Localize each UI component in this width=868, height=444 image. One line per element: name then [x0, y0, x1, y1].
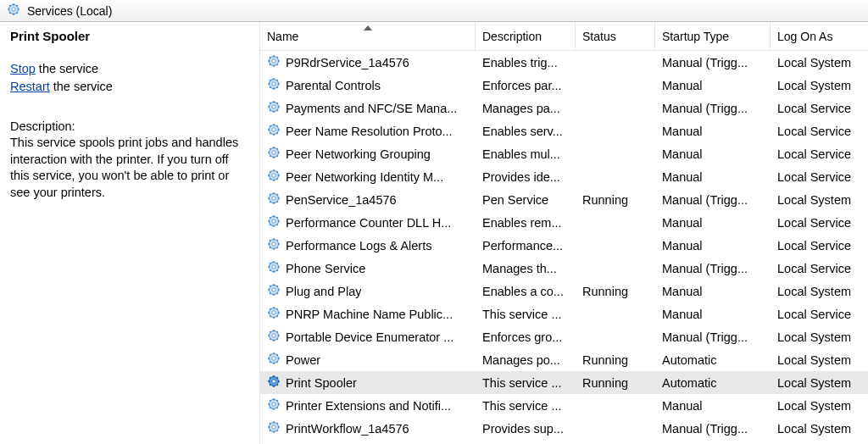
cell-status: Running [576, 193, 655, 207]
cell-name: Print Spooler [260, 375, 476, 391]
service-row[interactable]: Printer Extensions and Notifi...This ser… [260, 394, 868, 417]
cell-startup: Manual [655, 308, 771, 321]
cell-description: Enforces gro... [476, 330, 576, 344]
service-gear-icon [267, 214, 281, 230]
service-gear-icon [267, 420, 281, 436]
cell-name: Power [260, 352, 476, 368]
service-row[interactable]: PowerManages po...RunningAutomaticLocal … [260, 348, 868, 371]
cell-logon: Local System [771, 330, 864, 344]
cell-startup: Manual [655, 147, 771, 161]
column-logon[interactable]: Log On As [771, 22, 864, 50]
cell-logon: Local Service [771, 216, 864, 230]
cell-startup: Manual (Trigg... [655, 262, 771, 275]
service-gear-icon [267, 146, 281, 162]
cell-startup: Manual (Trigg... [655, 193, 771, 207]
cell-name: PNRP Machine Name Public... [260, 306, 476, 322]
service-name-text: Performance Counter DLL H... [286, 216, 451, 230]
cell-logon: Local Service [771, 125, 864, 138]
service-name-text: Peer Networking Identity M... [286, 170, 443, 184]
service-gear-icon [267, 237, 281, 253]
cell-description: This service ... [476, 399, 576, 413]
stop-link[interactable]: Stop [10, 62, 36, 75]
restart-link-tail: the service [50, 80, 113, 93]
cell-description: Performance... [476, 239, 576, 253]
services-tree-icon [7, 3, 20, 19]
service-name-text: Printer Extensions and Notifi... [286, 399, 451, 413]
service-name-text: PenService_1a4576 [286, 193, 397, 207]
service-name-text: Performance Logs & Alerts [286, 239, 431, 253]
cell-name: Phone Service [260, 260, 476, 276]
cell-logon: Local System [771, 56, 864, 69]
service-row[interactable]: Portable Device Enumerator ...Enforces g… [260, 325, 868, 348]
header-title: Services (Local) [27, 4, 112, 18]
cell-startup: Manual [655, 125, 771, 138]
cell-startup: Manual (Trigg... [655, 422, 771, 436]
cell-description: Pen Service [476, 193, 576, 207]
cell-logon: Local Service [771, 262, 864, 275]
cell-startup: Automatic [655, 353, 771, 367]
service-row[interactable]: PNRP Machine Name Public...This service … [260, 302, 868, 325]
cell-startup: Manual (Trigg... [655, 102, 771, 115]
restart-link[interactable]: Restart [10, 80, 50, 93]
stop-link-tail: the service [36, 62, 98, 75]
service-gear-icon [267, 100, 281, 116]
cell-description: Manages po... [476, 353, 576, 367]
cell-startup: Manual [655, 239, 771, 253]
cell-name: Portable Device Enumerator ... [260, 329, 476, 345]
service-name-text: Parental Controls [286, 79, 381, 92]
column-status[interactable]: Status [576, 22, 655, 50]
service-row[interactable]: Plug and PlayEnables a co...RunningManua… [260, 280, 868, 302]
service-gear-icon [267, 283, 281, 299]
service-row[interactable]: Parental ControlsEnforces par...ManualLo… [260, 74, 868, 97]
cell-name: Payments and NFC/SE Mana... [260, 100, 476, 116]
service-row[interactable]: Peer Name Resolution Proto...Enables ser… [260, 119, 868, 142]
cell-name: Performance Logs & Alerts [260, 237, 476, 253]
service-gear-icon [267, 375, 281, 391]
cell-status: Running [576, 353, 655, 367]
cell-logon: Local System [771, 376, 864, 390]
cell-startup: Manual [655, 79, 771, 92]
services-list: Name Description Status Startup Type Log… [260, 22, 868, 444]
cell-name: Parental Controls [260, 77, 476, 93]
service-row[interactable]: Print SpoolerThis service ...RunningAuto… [260, 371, 868, 394]
service-row[interactable]: PenService_1a4576Pen ServiceRunningManua… [260, 188, 868, 211]
service-row[interactable]: Performance Counter DLL H...Enables rem.… [260, 211, 868, 234]
selected-service-title: Print Spooler [10, 29, 249, 43]
service-name-text: Power [286, 353, 320, 367]
service-row[interactable]: Performance Logs & AlertsPerformance...M… [260, 234, 868, 257]
cell-logon: Local Service [771, 147, 864, 161]
service-name-text: Plug and Play [286, 285, 361, 298]
cell-name: PrintWorkflow_1a4576 [260, 420, 476, 436]
service-name-text: P9RdrService_1a4576 [286, 56, 409, 69]
cell-description: Manages th... [476, 262, 576, 275]
cell-name: Plug and Play [260, 283, 476, 299]
cell-logon: Local System [771, 285, 864, 298]
service-row[interactable]: Peer Networking Identity M...Provides id… [260, 165, 868, 188]
detail-pane: Print Spooler Stop the service Restart t… [0, 22, 260, 444]
service-gear-icon [267, 306, 281, 322]
service-gear-icon [267, 169, 281, 185]
service-row[interactable]: Phone ServiceManages th...Manual (Trigg.… [260, 257, 868, 280]
service-row[interactable]: Peer Networking GroupingEnables mul...Ma… [260, 142, 868, 165]
service-name-text: PNRP Machine Name Public... [286, 308, 453, 321]
service-name-text: Peer Name Resolution Proto... [286, 125, 453, 138]
cell-logon: Local System [771, 399, 864, 413]
service-name-text: Payments and NFC/SE Mana... [286, 102, 457, 115]
cell-logon: Local System [771, 79, 864, 92]
service-gear-icon [267, 77, 281, 93]
cell-startup: Manual [655, 399, 771, 413]
column-startup[interactable]: Startup Type [655, 22, 771, 50]
cell-description: Enables trig... [476, 56, 576, 69]
service-gear-icon [267, 54, 281, 70]
column-name[interactable]: Name [260, 22, 476, 50]
service-row[interactable]: PrintWorkflow_1a4576Provides sup...Manua… [260, 417, 868, 440]
cell-name: Peer Networking Grouping [260, 146, 476, 162]
service-row[interactable]: P9RdrService_1a4576Enables trig...Manual… [260, 51, 868, 74]
cell-startup: Manual [655, 170, 771, 184]
cell-status: Running [576, 285, 655, 298]
cell-name: Peer Name Resolution Proto... [260, 123, 476, 139]
cell-description: Enables a co... [476, 285, 576, 298]
service-row[interactable]: Payments and NFC/SE Mana...Manages pa...… [260, 97, 868, 119]
column-description[interactable]: Description [476, 22, 576, 50]
service-gear-icon [267, 123, 281, 139]
